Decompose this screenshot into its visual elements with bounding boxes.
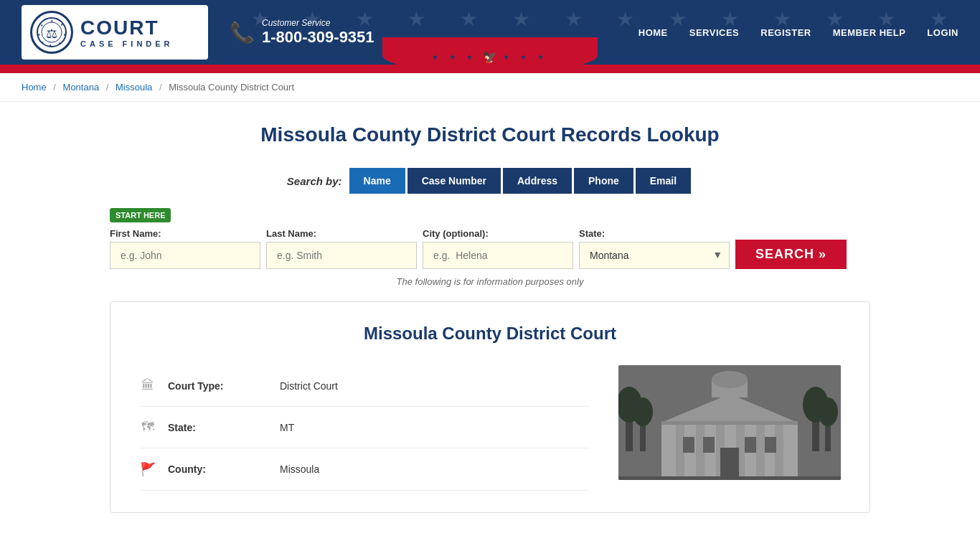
logo-subtitle-text: CASE FINDER [80,39,174,48]
breadcrumb-home[interactable]: Home [22,82,47,93]
court-state-value: MT [280,422,294,433]
last-name-field: Last Name: [266,228,417,269]
svg-text:★: ★ [37,32,41,37]
customer-service-label: Customer Service [262,18,374,28]
search-form: First Name: Last Name: City (optional): … [110,228,870,269]
tab-name[interactable]: Name [349,168,405,194]
logo-court-text: COURT [80,17,174,39]
breadcrumb-missoula[interactable]: Missoula [116,82,152,93]
court-type-label: Court Type: [168,380,268,392]
tab-email[interactable]: Email [636,168,691,194]
city-input[interactable] [423,242,573,269]
nav-home[interactable]: HOME [639,27,668,38]
ribbon-wave: ★ ★ ★ 🦅 ★ ★ ★ [382,37,598,73]
logo-box: ★ ★ ★ ★ ★ ★ ★ ★ ⚖ COURT CASE FINDER [22,5,208,60]
search-by-area: Search by: Name Case Number Address Phon… [110,168,870,194]
court-type-row: 🏛 Court Type: District Court [139,365,590,407]
search-button[interactable]: SEARCH » [735,240,847,269]
svg-text:⚖: ⚖ [46,27,57,41]
logo-area: ★ ★ ★ ★ ★ ★ ★ ★ ⚖ COURT CASE FINDER 📞 [22,5,374,60]
info-note: The following is for information purpose… [110,276,870,287]
state-field: State: Montana Alabama Alaska Arizona Ar… [579,228,730,269]
phone-icon: 📞 [230,21,255,44]
court-type-value: District Court [280,380,338,392]
first-name-field: First Name: [110,228,260,269]
breadcrumb-sep-1: / [53,82,56,93]
start-here-badge: START HERE [110,208,171,222]
breadcrumb: Home / Montana / Missoula / Missoula Cou… [0,73,980,102]
breadcrumb-montana[interactable]: Montana [63,82,100,93]
breadcrumb-sep-3: / [159,82,162,93]
court-state-row: 🗺 State: MT [139,407,590,448]
court-card-title: Missoula County District Court [139,324,841,344]
page-title: Missoula County District Court Records L… [110,123,870,146]
ribbon-stars-right: ★ ★ ★ [503,53,548,61]
svg-rect-39 [618,365,841,480]
ribbon-stars-left: ★ ★ ★ [432,53,477,61]
building-icon: 🏛 [139,378,156,393]
court-card: Missoula County District Court 🏛 Court T… [110,301,870,513]
breadcrumb-current: Missoula County District Court [169,82,294,93]
first-name-input[interactable] [110,242,260,269]
eagle-icon: 🦅 [483,50,497,64]
map-icon: 🗺 [139,420,156,435]
main-content: Missoula County District Court Records L… [95,102,885,534]
state-label: State: [579,228,730,239]
court-county-label: County: [168,463,268,475]
nav-member-help[interactable]: MEMBER HELP [833,27,906,38]
last-name-label: Last Name: [266,228,417,239]
main-nav: HOME SERVICES REGISTER MEMBER HELP LOGIN [639,27,958,38]
last-name-input[interactable] [266,242,417,269]
court-state-label: State: [168,422,268,433]
tab-address[interactable]: Address [503,168,572,194]
search-by-label: Search by: [287,175,342,187]
city-label: City (optional): [423,228,573,239]
court-county-value: Missoula [280,463,319,475]
logo-text: COURT CASE FINDER [80,17,174,48]
nav-register[interactable]: REGISTER [760,27,811,38]
first-name-label: First Name: [110,228,260,239]
phone-number: 1-800-309-9351 [262,28,374,47]
nav-login[interactable]: LOGIN [927,27,958,38]
city-field: City (optional): [423,228,573,269]
court-county-row: 🚩 County: Missoula [139,448,590,491]
tab-case-number[interactable]: Case Number [407,168,501,194]
state-select[interactable]: Montana Alabama Alaska Arizona Arkansas … [579,242,730,269]
nav-services[interactable]: SERVICES [689,27,740,38]
court-details: 🏛 Court Type: District Court 🗺 State: MT… [139,365,590,491]
breadcrumb-sep-2: / [106,82,109,93]
court-info-area: 🏛 Court Type: District Court 🗺 State: MT… [139,365,841,491]
logo-emblem: ★ ★ ★ ★ ★ ★ ★ ★ ⚖ [30,11,73,54]
court-image [618,365,841,480]
flag-icon: 🚩 [139,461,156,477]
ribbon-bar: ★ ★ ★ 🦅 ★ ★ ★ [0,65,980,73]
phone-info: Customer Service 1-800-309-9351 [262,18,374,47]
header-phone: 📞 Customer Service 1-800-309-9351 [230,18,374,47]
tab-phone[interactable]: Phone [574,168,633,194]
